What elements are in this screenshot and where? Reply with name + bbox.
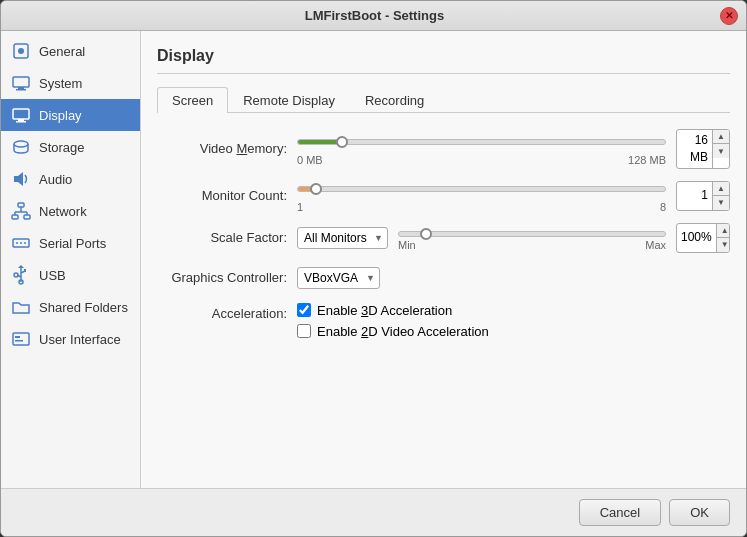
graphics-controller-row: Graphics Controller: VBoxVGA ▼ [157, 267, 730, 289]
usb-icon [11, 265, 31, 285]
svg-rect-3 [18, 87, 24, 89]
svg-marker-10 [18, 172, 23, 186]
svg-rect-2 [13, 77, 29, 87]
network-icon [11, 201, 31, 221]
monitor-count-down[interactable]: ▼ [713, 196, 729, 210]
scale-factor-up[interactable]: ▲ [717, 224, 730, 238]
svg-point-8 [14, 141, 28, 147]
scale-factor-dropdown[interactable]: All Monitors [297, 227, 388, 249]
svg-rect-31 [15, 340, 23, 342]
display-icon [11, 105, 31, 125]
sidebar-item-display[interactable]: Display [1, 99, 140, 131]
sidebar-item-serial-ports[interactable]: Serial Ports [1, 227, 140, 259]
sidebar-label-serial-ports: Serial Ports [39, 236, 106, 251]
scale-factor-thumb[interactable] [420, 228, 432, 240]
svg-point-1 [18, 48, 24, 54]
svg-rect-29 [13, 333, 29, 345]
acceleration-checkboxes: Enable 3D Acceleration Enable 2D Video A… [297, 303, 489, 339]
sidebar-label-storage: Storage [39, 140, 85, 155]
monitor-count-up[interactable]: ▲ [713, 182, 729, 196]
video-memory-down[interactable]: ▼ [713, 144, 729, 158]
monitor-count-row: Monitor Count: 1 8 [157, 179, 730, 213]
sidebar-label-audio: Audio [39, 172, 72, 187]
svg-marker-23 [18, 265, 24, 268]
svg-rect-30 [15, 336, 20, 338]
ok-button[interactable]: OK [669, 499, 730, 526]
enable-3d-row: Enable 3D Acceleration [297, 303, 489, 318]
tabs-bar: Screen Remote Display Recording [157, 86, 730, 113]
svg-rect-11 [18, 203, 24, 207]
monitor-count-thumb[interactable] [310, 183, 322, 195]
gc-select-wrapper: VBoxVGA ▼ [297, 267, 380, 289]
close-button[interactable]: ✕ [720, 7, 738, 25]
tab-remote-display[interactable]: Remote Display [228, 87, 350, 113]
scale-factor-arrows: ▲ ▼ [716, 224, 730, 252]
sidebar-item-storage[interactable]: Storage [1, 131, 140, 163]
titlebar: LMFirstBoot - Settings ✕ [1, 1, 746, 31]
video-memory-row: Video Memory: 0 MB 128 MB [157, 129, 730, 169]
panel-title: Display [157, 47, 730, 74]
video-memory-max: 128 MB [628, 154, 666, 166]
scale-factor-min: Min [398, 239, 416, 251]
sidebar-item-shared-folders[interactable]: Shared Folders [1, 291, 140, 323]
storage-icon [11, 137, 31, 157]
tab-screen[interactable]: Screen [157, 87, 228, 113]
sidebar-label-system: System [39, 76, 82, 91]
monitor-count-spinbox[interactable]: 1 ▲ ▼ [676, 181, 730, 211]
monitor-count-max: 8 [660, 201, 666, 213]
scale-factor-value: 100% [677, 224, 716, 252]
sidebar-label-shared-folders: Shared Folders [39, 300, 128, 315]
sidebar-label-usb: USB [39, 268, 66, 283]
sidebar-label-network: Network [39, 204, 87, 219]
video-memory-thumb[interactable] [336, 136, 348, 148]
user-interface-icon [11, 329, 31, 349]
sidebar-label-general: General [39, 44, 85, 59]
video-memory-spinbox[interactable]: 16 MB ▲ ▼ [676, 129, 730, 169]
video-memory-label: Video Memory: [157, 141, 287, 156]
video-memory-up[interactable]: ▲ [713, 130, 729, 144]
content-area: General System Display [1, 31, 746, 488]
scale-factor-down[interactable]: ▼ [717, 238, 730, 252]
footer: Cancel OK [1, 488, 746, 536]
cancel-button[interactable]: Cancel [579, 499, 661, 526]
tab-recording[interactable]: Recording [350, 87, 439, 113]
svg-rect-13 [24, 215, 30, 219]
svg-rect-9 [14, 176, 18, 182]
enable-3d-checkbox[interactable] [297, 303, 311, 317]
svg-rect-7 [16, 121, 26, 123]
sidebar-item-usb[interactable]: USB [1, 259, 140, 291]
monitor-count-min: 1 [297, 201, 303, 213]
sidebar-item-system[interactable]: System [1, 67, 140, 99]
monitor-count-range-labels: 1 8 [297, 201, 666, 213]
svg-point-21 [24, 242, 26, 244]
acceleration-label: Acceleration: [157, 306, 287, 321]
monitor-count-slider-container: 1 8 [297, 179, 666, 213]
shared-folders-icon [11, 297, 31, 317]
sidebar-item-audio[interactable]: Audio [1, 163, 140, 195]
svg-rect-5 [13, 109, 29, 119]
video-memory-slider-wrapper [297, 132, 666, 152]
sidebar-item-user-interface[interactable]: User Interface [1, 323, 140, 355]
enable-2d-checkbox[interactable] [297, 324, 311, 338]
sidebar-item-general[interactable]: General [1, 35, 140, 67]
graphics-controller-label: Graphics Controller: [157, 270, 287, 285]
sidebar-item-network[interactable]: Network [1, 195, 140, 227]
general-icon [11, 41, 31, 61]
svg-rect-4 [16, 89, 26, 91]
sidebar-label-display: Display [39, 108, 82, 123]
scale-factor-select-wrapper: All Monitors ▼ [297, 227, 388, 249]
video-memory-arrows: ▲ ▼ [712, 130, 729, 168]
main-panel: Display Screen Remote Display Recording … [141, 31, 746, 488]
serial-ports-icon [11, 233, 31, 253]
monitor-count-slider-wrapper [297, 179, 666, 199]
system-icon [11, 73, 31, 93]
graphics-controller-dropdown[interactable]: VBoxVGA [297, 267, 380, 289]
scale-factor-track [398, 231, 666, 237]
monitor-count-label: Monitor Count: [157, 188, 287, 203]
audio-icon [11, 169, 31, 189]
sidebar-label-user-interface: User Interface [39, 332, 121, 347]
scale-factor-slider-container: Min Max [398, 225, 666, 251]
scale-factor-spinbox[interactable]: 100% ▲ ▼ [676, 223, 730, 253]
svg-point-19 [16, 242, 18, 244]
sidebar: General System Display [1, 31, 141, 488]
